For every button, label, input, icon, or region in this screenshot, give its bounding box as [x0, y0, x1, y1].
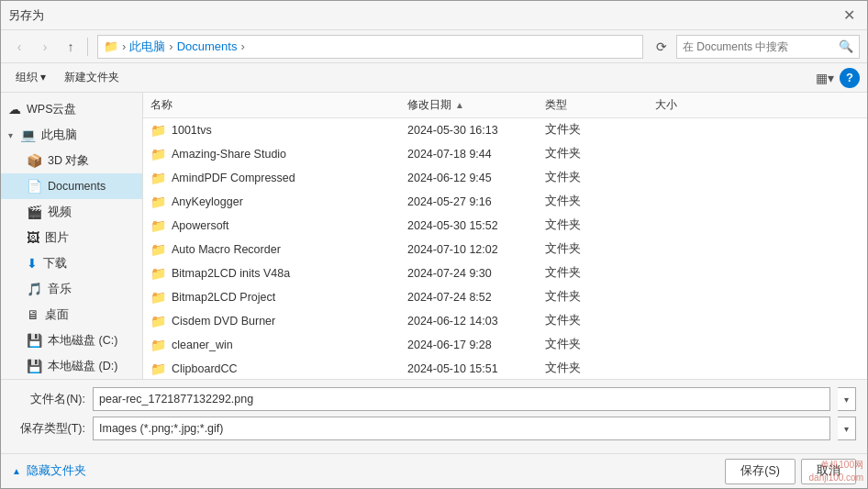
breadcrumb: 📁 › 此电脑 › Documents › — [97, 35, 643, 59]
sidebar-item-video[interactable]: 🎬 视频 — [1, 199, 142, 225]
sidebar-docs-label: Documents — [48, 180, 106, 193]
filetype-input[interactable] — [93, 417, 830, 440]
video-icon: 🎬 — [27, 205, 42, 219]
breadcrumb-sep3: › — [240, 39, 244, 53]
sidebar-item-pc[interactable]: ▾ 💻 此电脑 — [1, 122, 142, 148]
file-date-cell: 2024-06-12 9:45 — [400, 166, 538, 189]
search-input[interactable] — [683, 40, 835, 53]
hidden-files-toggle[interactable]: ▲ 隐藏文件夹 — [12, 463, 86, 479]
nav-bar: ‹ › ↑ 📁 › 此电脑 › Documents › ⟳ 🔍 — [1, 30, 867, 63]
file-name-text: Amazing-Share Studio — [172, 148, 286, 161]
file-date-cell: 2024-07-24 9:30 — [400, 261, 538, 284]
title-bar: 另存为 ✕ — [1, 1, 867, 30]
docs-icon: 📄 — [27, 179, 42, 194]
file-size-cell — [648, 285, 721, 308]
file-date-cell: 2024-07-10 12:02 — [400, 238, 538, 261]
sidebar-item-music[interactable]: 🎵 音乐 — [1, 276, 142, 302]
table-row[interactable]: 📁Auto Macro Recorder2024-07-10 12:02文件夹 — [143, 238, 867, 261]
music-icon: 🎵 — [27, 282, 42, 296]
file-name-cell: 📁Bitmap2LCD inits V48a — [143, 261, 400, 284]
filetype-row: 保存类型(T): ▾ — [12, 417, 856, 440]
file-date-cell: 2024-06-17 9:28 — [400, 333, 538, 356]
folder-icon: 📁 — [150, 290, 166, 305]
refresh-button[interactable]: ⟳ — [651, 36, 673, 58]
file-name-cell: 📁AmindPDF Compressed — [143, 166, 400, 189]
search-box: 🔍 — [676, 35, 860, 59]
col-header-type[interactable]: 类型 — [538, 93, 648, 117]
file-name-cell: 📁cleaner_win — [143, 333, 400, 356]
footer: ▲ 隐藏文件夹 保存(S) 取消 — [1, 453, 867, 488]
filename-dropdown[interactable]: ▾ — [838, 387, 856, 411]
main-area: ☁ WPS云盘 ▾ 💻 此电脑 📦 3D 对象 📄 Documents 🎬 视频 — [1, 93, 867, 379]
save-button[interactable]: 保存(S) — [725, 459, 796, 484]
col-header-name[interactable]: 名称 — [143, 93, 400, 117]
nav-separator — [87, 38, 88, 56]
filetype-dropdown[interactable]: ▾ — [838, 417, 856, 440]
sidebar-video-label: 视频 — [48, 205, 72, 220]
table-row[interactable]: 📁1001tvs2024-05-30 16:13文件夹 — [143, 118, 867, 142]
downloads-icon: ⬇ — [27, 256, 38, 271]
file-name-text: Bitmap2LCD inits V48a — [172, 267, 290, 280]
file-type-cell: 文件夹 — [538, 214, 648, 237]
table-row[interactable]: 📁Bitmap2LCD Project2024-07-24 8:52文件夹 — [143, 285, 867, 309]
file-size-cell — [648, 142, 721, 165]
back-button[interactable]: ‹ — [8, 36, 30, 58]
sidebar-item-documents[interactable]: 📄 Documents — [1, 173, 142, 199]
table-row[interactable]: 📁Cisdem DVD Burner2024-06-12 14:03文件夹 — [143, 309, 867, 333]
disk-d-icon: 💾 — [27, 359, 42, 373]
help-button[interactable]: ? — [840, 68, 860, 88]
forward-button[interactable]: › — [34, 36, 56, 58]
table-row[interactable]: 📁Bitmap2LCD inits V48a2024-07-24 9:30文件夹 — [143, 261, 867, 285]
sidebar-item-local-d[interactable]: 💾 本地磁盘 (D:) — [1, 353, 142, 379]
file-type-cell: 文件夹 — [538, 118, 648, 141]
table-row[interactable]: 📁AmindPDF Compressed2024-06-12 9:45文件夹 — [143, 166, 867, 190]
filename-input[interactable] — [93, 387, 830, 411]
file-name-cell: 📁AnyKeylogger — [143, 190, 400, 213]
table-row[interactable]: 📁Apowersoft2024-05-30 15:52文件夹 — [143, 214, 867, 238]
sidebar-item-pictures[interactable]: 🖼 图片 — [1, 225, 142, 250]
breadcrumb-pc[interactable]: 此电脑 — [129, 39, 165, 55]
table-row[interactable]: 📁ClipboardCC2024-05-10 15:51文件夹 — [143, 357, 867, 379]
dialog-title: 另存为 — [8, 7, 44, 24]
sidebar-item-wps[interactable]: ☁ WPS云盘 — [1, 96, 142, 122]
sidebar-item-downloads[interactable]: ⬇ 下载 — [1, 250, 142, 276]
breadcrumb-docs[interactable]: Documents — [177, 39, 238, 53]
file-date-cell: 2024-07-18 9:44 — [400, 142, 538, 165]
sidebar: ☁ WPS云盘 ▾ 💻 此电脑 📦 3D 对象 📄 Documents 🎬 视频 — [1, 93, 143, 379]
col-header-date[interactable]: 修改日期 ▲ — [400, 93, 538, 117]
toggle-arrow-icon: ▲ — [12, 466, 21, 476]
table-row[interactable]: 📁Amazing-Share Studio2024-07-18 9:44文件夹 — [143, 142, 867, 166]
filetype-label: 保存类型(T): — [12, 421, 85, 437]
file-type-cell: 文件夹 — [538, 261, 648, 284]
cancel-button[interactable]: 取消 — [801, 459, 856, 484]
file-name-text: ClipboardCC — [172, 362, 238, 375]
sidebar-item-3d[interactable]: 📦 3D 对象 — [1, 148, 142, 173]
up-button[interactable]: ↑ — [60, 36, 82, 58]
folder-icon: 📁 — [150, 123, 166, 138]
file-size-cell — [648, 190, 721, 213]
table-row[interactable]: 📁cleaner_win2024-06-17 9:28文件夹 — [143, 333, 867, 357]
file-name-cell: 📁Auto Macro Recorder — [143, 238, 400, 261]
pictures-icon: 🖼 — [27, 230, 39, 245]
file-size-cell — [648, 309, 721, 332]
view-button[interactable]: ▦▾ — [814, 67, 836, 89]
disk-c-icon: 💾 — [27, 333, 42, 348]
sort-arrow: ▲ — [455, 100, 464, 110]
file-type-cell: 文件夹 — [538, 142, 648, 165]
file-list[interactable]: 📁1001tvs2024-05-30 16:13文件夹📁Amazing-Shar… — [143, 118, 867, 379]
sidebar-c-label: 本地磁盘 (C:) — [48, 333, 117, 349]
file-name-cell: 📁Cisdem DVD Burner — [143, 309, 400, 332]
folder-icon: 📁 — [150, 147, 166, 161]
organize-button[interactable]: 组织 ▾ — [8, 67, 53, 89]
close-button[interactable]: ✕ — [838, 5, 860, 27]
col-header-size[interactable]: 大小 — [648, 93, 721, 117]
sidebar-desktop-label: 桌面 — [45, 307, 69, 323]
file-size-cell — [648, 333, 721, 356]
file-size-cell — [648, 118, 721, 141]
sidebar-item-desktop[interactable]: 🖥 桌面 — [1, 302, 142, 328]
file-name-text: Auto Macro Recorder — [172, 243, 281, 256]
new-folder-button[interactable]: 新建文件夹 — [57, 67, 127, 89]
file-size-cell — [648, 166, 721, 189]
table-row[interactable]: 📁AnyKeylogger2024-05-27 9:16文件夹 — [143, 190, 867, 214]
sidebar-item-local-c[interactable]: 💾 本地磁盘 (C:) — [1, 328, 142, 353]
